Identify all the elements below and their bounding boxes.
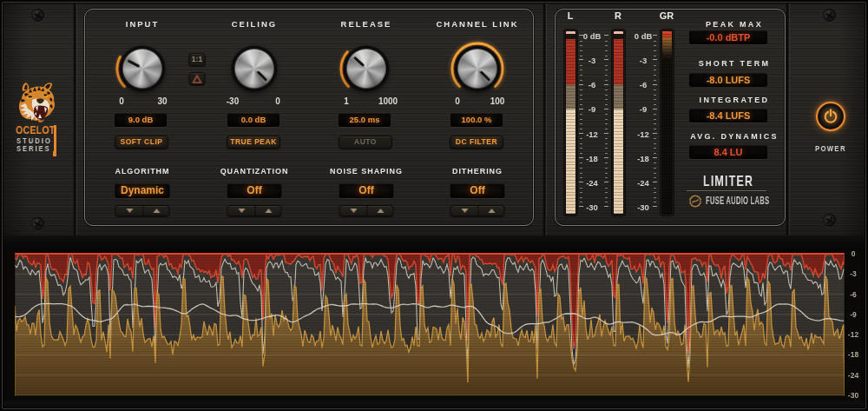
svg-text:-30: -30 xyxy=(848,391,859,400)
svg-text:-12: -12 xyxy=(848,330,859,339)
svg-text:-3: -3 xyxy=(850,269,857,278)
svg-text:-24: -24 xyxy=(848,371,859,380)
svg-text:-9: -9 xyxy=(850,310,857,319)
svg-text:0: 0 xyxy=(852,250,856,258)
svg-text:-18: -18 xyxy=(848,350,859,359)
svg-text:-6: -6 xyxy=(850,290,857,299)
